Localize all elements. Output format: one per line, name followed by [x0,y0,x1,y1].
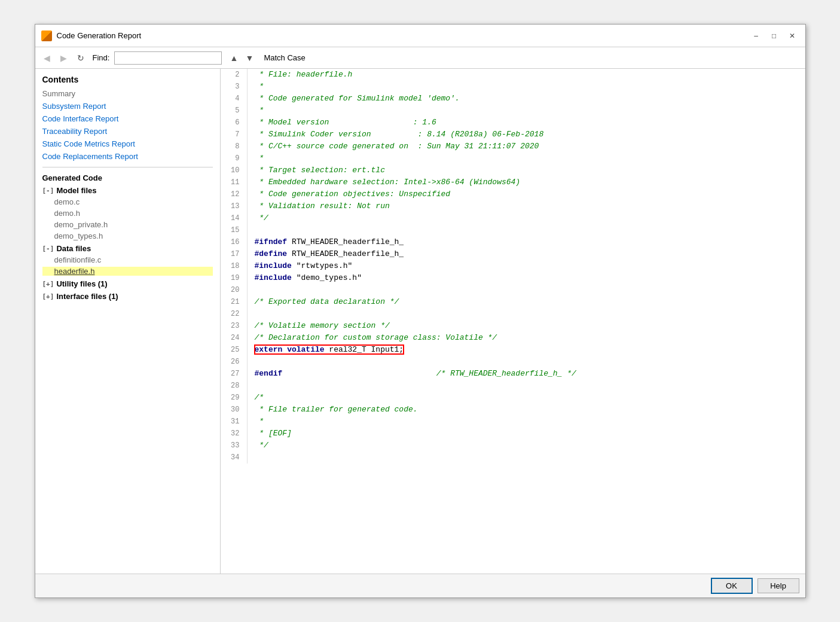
table-row: 2 * File: headerfile.h [221,69,805,81]
line-content: /* Exported data declaration */ [248,296,805,308]
line-content: * C/C++ source code generated on : Sun M… [248,141,805,153]
table-row: 16#ifndef RTW_HEADER_headerfile_h_ [221,236,805,248]
file-demo-types-h[interactable]: demo_types.h [42,231,213,240]
sidebar-divider-1 [42,167,213,167]
table-row: 33 */ [221,440,805,452]
line-content: * [248,105,805,117]
file-demo-c[interactable]: demo.c [42,197,213,206]
code-interface-report-link[interactable]: Code Interface Report [42,114,213,123]
line-content [248,356,805,368]
line-content [248,308,805,320]
table-row: 23/* Volatile memory section */ [221,320,805,332]
table-row: 17#define RTW_HEADER_headerfile_h_ [221,248,805,260]
table-row: 6 * Model version : 1.6 [221,117,805,129]
line-number: 27 [221,368,248,380]
next-result-button[interactable]: ▼ [242,51,256,65]
line-number: 25 [221,344,248,356]
line-number: 31 [221,416,248,428]
line-content: * Target selection: ert.tlc [248,164,805,176]
table-row: 11 * Embedded hardware selection: Intel-… [221,176,805,188]
line-number: 8 [221,141,248,153]
line-number: 23 [221,320,248,332]
line-content: /* Volatile memory section */ [248,320,805,332]
static-code-metrics-link[interactable]: Static Code Metrics Report [42,139,213,148]
table-row: 12 * Code generation objectives: Unspeci… [221,188,805,200]
generated-code-title: Generated Code [42,173,213,182]
line-number: 32 [221,428,248,440]
table-row: 10 * Target selection: ert.tlc [221,164,805,176]
model-files-section: [-] Model files [42,186,213,195]
main-window: Code Generation Report – □ ✕ ◀ ▶ ↻ Find:… [35,24,806,598]
line-number: 12 [221,188,248,200]
line-number: 9 [221,153,248,164]
find-input[interactable] [114,51,222,65]
line-number: 6 [221,117,248,129]
table-row: 19#include "demo_types.h" [221,272,805,284]
line-number: 34 [221,452,248,464]
forward-button[interactable]: ▶ [57,51,71,65]
line-number: 20 [221,284,248,296]
line-number: 15 [221,224,248,236]
refresh-button[interactable]: ↻ [74,51,88,65]
main-content: Contents Summary Subsystem Report Code I… [35,69,805,574]
code-replacements-link[interactable]: Code Replacements Report [42,152,213,161]
utility-files-toggle[interactable]: [+] [42,280,54,288]
table-row: 27#endif /* RTW_HEADER_headerfile_h_ */ [221,368,805,380]
prev-result-button[interactable]: ▲ [227,51,241,65]
line-content: #endif /* RTW_HEADER_headerfile_h_ */ [248,368,805,380]
interface-files-section: [+] Interface files (1) [42,292,213,301]
match-case-label: Match Case [264,53,305,62]
file-definitionfile-c[interactable]: definitionfile.c [42,255,213,264]
line-number: 14 [221,212,248,224]
line-content: * Model version : 1.6 [248,117,805,129]
ok-button[interactable]: OK [711,578,753,594]
window-controls: – □ ✕ [749,31,799,41]
file-demo-h[interactable]: demo.h [42,209,213,218]
data-files-toggle[interactable]: [-] [42,245,54,252]
table-row: 28 [221,380,805,392]
line-number: 2 [221,69,248,81]
line-content: * File: headerfile.h [248,69,805,81]
file-headerfile-h[interactable]: headerfile.h [42,267,213,276]
line-content: * [248,153,805,164]
file-demo-private-h[interactable]: demo_private.h [42,220,213,229]
line-number: 16 [221,236,248,248]
line-number: 7 [221,129,248,141]
line-content: * [248,81,805,93]
model-files-toggle[interactable]: [-] [42,187,54,194]
line-content: #define RTW_HEADER_headerfile_h_ [248,248,805,260]
interface-files-label: Interface files (1) [56,292,118,301]
interface-files-toggle[interactable]: [+] [42,292,54,300]
line-content: * [EOF] [248,428,805,440]
close-button[interactable]: ✕ [785,31,799,41]
table-row: 24/* Declaration for custom storage clas… [221,332,805,344]
title-bar: Code Generation Report – □ ✕ [35,25,805,47]
minimize-button[interactable]: – [749,31,763,41]
table-row: 14 */ [221,212,805,224]
line-number: 26 [221,356,248,368]
table-row: 7 * Simulink Coder version : 8.14 (R2018… [221,129,805,141]
code-area[interactable]: 2 * File: headerfile.h3 *4 * Code genera… [221,69,805,574]
back-button[interactable]: ◀ [40,51,54,65]
toolbar: ◀ ▶ ↻ Find: ▲ ▼ Match Case [35,47,805,69]
table-row: 5 * [221,105,805,117]
subsystem-report-link[interactable]: Subsystem Report [42,102,213,111]
table-row: 25extern volatile real32_T Input1; [221,344,805,356]
line-number: 17 [221,248,248,260]
table-row: 30 * File trailer for generated code. [221,404,805,416]
line-content: */ [248,440,805,452]
utility-files-label: Utility files (1) [56,279,107,288]
line-content: /* [248,392,805,404]
traceability-report-link[interactable]: Traceability Report [42,127,213,136]
table-row: 9 * [221,153,805,164]
app-icon [41,31,52,41]
table-row: 3 * [221,81,805,93]
maximize-button[interactable]: □ [767,31,781,41]
line-number: 13 [221,200,248,212]
title-bar-left: Code Generation Report [41,31,142,41]
line-number: 3 [221,81,248,93]
line-content: */ [248,212,805,224]
table-row: 32 * [EOF] [221,428,805,440]
help-button[interactable]: Help [757,578,799,593]
summary-link[interactable]: Summary [42,89,213,98]
